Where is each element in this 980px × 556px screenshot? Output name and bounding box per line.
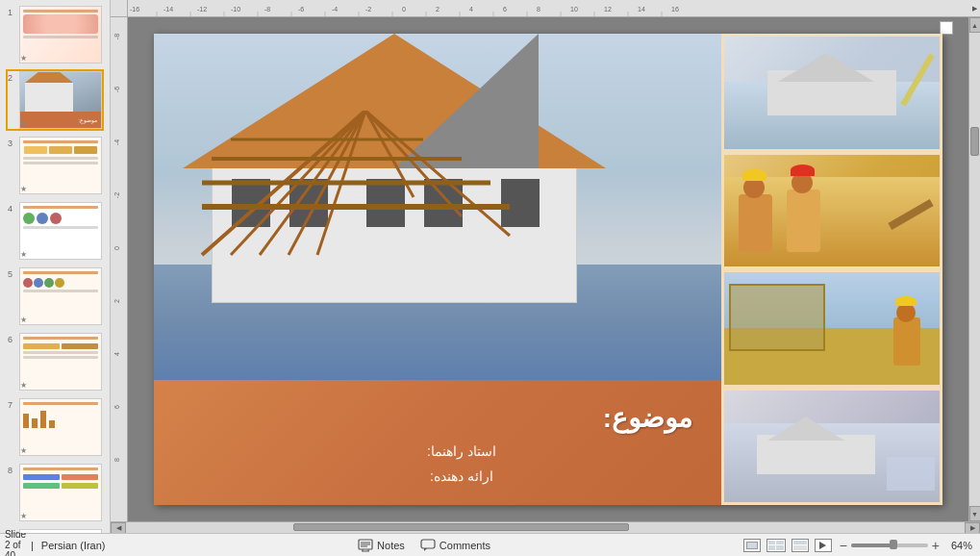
svg-text:-8: -8 bbox=[264, 6, 270, 13]
comments-icon bbox=[420, 539, 436, 552]
slide-thumb-9[interactable]: 9 ★ bbox=[6, 527, 104, 533]
svg-marker-62 bbox=[424, 548, 427, 551]
slide-num-1: 1 bbox=[8, 6, 17, 17]
slide-thumb-3[interactable]: 3 ★ bbox=[6, 135, 104, 196]
roof-beams-svg bbox=[173, 111, 596, 303]
notes-icon bbox=[358, 539, 373, 552]
svg-text:14: 14 bbox=[638, 6, 645, 13]
normal-view-btn[interactable] bbox=[743, 539, 761, 552]
slide-thumb-8[interactable]: 8 ★ bbox=[6, 462, 104, 523]
zoom-minus-btn[interactable]: − bbox=[840, 538, 847, 553]
slide-thumb-7[interactable]: 7 ★ bbox=[6, 396, 104, 458]
h-scrollbar: ◀ ▶ bbox=[111, 521, 980, 533]
slide-num-4: 4 bbox=[8, 202, 17, 214]
scroll-down-btn[interactable]: ▼ bbox=[969, 506, 981, 521]
content-area: -16 -14 -12 -10 -8 -6 -4 -2 0 2 4 6 8 10… bbox=[111, 0, 980, 533]
slide-thumb-6[interactable]: 6 ★ bbox=[6, 331, 104, 392]
zoom-handle[interactable] bbox=[890, 540, 897, 549]
svg-text:-2: -2 bbox=[365, 6, 371, 13]
language-indicator: Persian (Iran) bbox=[41, 540, 106, 551]
house-simulation bbox=[154, 34, 721, 380]
svg-text:-12: -12 bbox=[197, 6, 207, 13]
scroll-track-v[interactable] bbox=[969, 33, 980, 506]
svg-text:12: 12 bbox=[604, 6, 612, 13]
main-area: 1 ★ 2 موضوع: ★ bbox=[0, 0, 980, 533]
view-controls bbox=[743, 539, 832, 552]
svg-text:-6: -6 bbox=[113, 87, 120, 92]
slide-main-photo bbox=[154, 34, 721, 380]
slide-sorter-btn[interactable] bbox=[766, 539, 786, 552]
slide-subtitle: استاد راهنما: bbox=[427, 443, 496, 459]
slide-num-2: 2 bbox=[8, 71, 17, 83]
zoom-plus-btn[interactable]: + bbox=[932, 538, 940, 553]
slide-thumb-4[interactable]: 4 ★ bbox=[6, 200, 104, 262]
scroll-right-btn[interactable]: ▶ bbox=[968, 1, 980, 16]
star-5: ★ bbox=[20, 316, 27, 324]
slide-img-2: موضوع: ★ bbox=[19, 71, 102, 129]
svg-text:-10: -10 bbox=[231, 6, 240, 13]
star-2: ★ bbox=[20, 119, 27, 128]
svg-text:10: 10 bbox=[570, 6, 578, 13]
svg-text:16: 16 bbox=[671, 6, 679, 13]
ruler-top: -16 -14 -12 -10 -8 -6 -4 -2 0 2 4 6 8 10… bbox=[111, 0, 980, 17]
svg-text:6: 6 bbox=[503, 6, 507, 13]
svg-text:-14: -14 bbox=[163, 6, 173, 13]
svg-text:8: 8 bbox=[537, 6, 540, 13]
ruler-corner bbox=[111, 0, 128, 17]
svg-line-47 bbox=[365, 111, 510, 236]
status-bar: Slide 2 of 40 | Persian (Iran) Notes Com bbox=[0, 533, 980, 556]
status-right: − + 64% bbox=[743, 538, 972, 553]
star-3: ★ bbox=[20, 185, 27, 193]
notes-button[interactable]: Notes bbox=[358, 539, 405, 552]
h-scroll-track[interactable] bbox=[126, 522, 965, 533]
svg-text:2: 2 bbox=[436, 6, 440, 13]
slide-img-3: ★ bbox=[19, 137, 102, 194]
slide-img-7: ★ bbox=[19, 398, 102, 456]
star-7: ★ bbox=[20, 446, 27, 455]
svg-text:4: 4 bbox=[469, 6, 473, 13]
slide-img-6: ★ bbox=[19, 333, 102, 391]
slide-thumb-1[interactable]: 1 ★ bbox=[6, 4, 104, 65]
slide-num-7: 7 bbox=[8, 398, 17, 410]
slide-presenter: ارائه دهنده: bbox=[430, 468, 493, 484]
svg-text:-16: -16 bbox=[130, 6, 139, 13]
notes-label: Notes bbox=[377, 540, 405, 551]
mid-row: -8 -6 -4 -2 0 2 4 6 8 bbox=[111, 17, 980, 521]
slideshow-btn[interactable] bbox=[815, 539, 832, 552]
slides-panel: 1 ★ 2 موضوع: ★ bbox=[0, 0, 111, 533]
scroll-thumb-v[interactable] bbox=[970, 127, 979, 156]
scroll-corner-box bbox=[940, 21, 953, 35]
slide-img-9: ★ bbox=[19, 529, 102, 533]
notes-view-btn[interactable] bbox=[792, 539, 809, 552]
h-scroll-thumb[interactable] bbox=[293, 523, 629, 531]
status-center: Notes Comments bbox=[358, 539, 490, 552]
zoom-controls: − + 64% bbox=[840, 538, 972, 553]
scroll-left-btn[interactable]: ◀ bbox=[111, 522, 126, 534]
svg-text:8: 8 bbox=[113, 458, 120, 462]
scroll-right-bottom-btn[interactable]: ▶ bbox=[965, 522, 980, 534]
right-scrollbar: ▲ ▼ bbox=[968, 17, 980, 521]
ruler-h-svg: -16 -14 -12 -10 -8 -6 -4 -2 0 2 4 6 8 10… bbox=[128, 0, 968, 16]
svg-text:0: 0 bbox=[402, 6, 406, 13]
ruler-h-content: -16 -14 -12 -10 -8 -6 -4 -2 0 2 4 6 8 10… bbox=[128, 0, 968, 16]
ruler-left: -8 -6 -4 -2 0 2 4 6 8 bbox=[111, 17, 128, 521]
comments-label: Comments bbox=[440, 540, 490, 551]
slide-img-8: ★ bbox=[19, 464, 102, 521]
slide-thumb-5[interactable]: 5 ★ bbox=[6, 265, 104, 327]
photo-box-2 bbox=[721, 152, 942, 270]
zoom-track[interactable] bbox=[851, 543, 928, 547]
svg-text:6: 6 bbox=[113, 405, 120, 409]
svg-text:4: 4 bbox=[113, 352, 120, 356]
svg-line-48 bbox=[365, 111, 462, 216]
zoom-level: 64% bbox=[943, 540, 972, 551]
scroll-up-btn[interactable]: ▲ bbox=[969, 17, 981, 33]
slide-img-1: ★ bbox=[19, 6, 102, 63]
svg-text:-4: -4 bbox=[332, 6, 338, 13]
slide-thumb-2[interactable]: 2 موضوع: ★ bbox=[6, 69, 104, 131]
comments-button[interactable]: Comments bbox=[420, 539, 490, 552]
slide-img-4: ★ bbox=[19, 202, 102, 260]
slide-num-3: 3 bbox=[8, 137, 17, 148]
status-divider: | bbox=[31, 540, 34, 551]
svg-text:-8: -8 bbox=[113, 34, 120, 39]
svg-text:-6: -6 bbox=[298, 6, 304, 13]
